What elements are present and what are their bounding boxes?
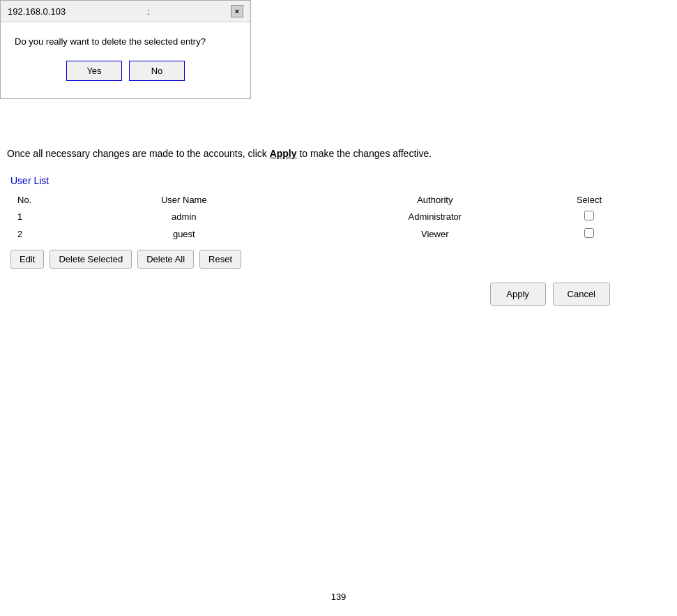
instruction-text: Once all necessary changes are made to t… xyxy=(7,147,670,161)
checkbox-row-1[interactable] xyxy=(584,228,594,238)
col-header-authority: Authority xyxy=(302,192,568,208)
dialog-box: 192.168.0.103 : × Do you really want to … xyxy=(0,0,251,99)
delete-selected-button[interactable]: Delete Selected xyxy=(50,250,132,269)
dialog-no-button[interactable]: No xyxy=(129,61,185,81)
checkbox-row-0[interactable] xyxy=(584,211,594,220)
dialog-title-separator: : xyxy=(147,6,150,17)
cell-authority-0: Administrator xyxy=(302,208,568,225)
cell-no-0: 1 xyxy=(10,208,66,225)
instruction-apply-word: Apply xyxy=(270,148,297,159)
action-buttons: Edit Delete Selected Delete All Reset xyxy=(10,250,670,269)
edit-button[interactable]: Edit xyxy=(10,250,44,269)
apply-button[interactable]: Apply xyxy=(490,283,546,306)
dialog-title-bar: 192.168.0.103 : × xyxy=(1,1,250,22)
cancel-button[interactable]: Cancel xyxy=(553,283,610,306)
dialog-body: Do you really want to delete the selecte… xyxy=(1,22,250,98)
instruction-before: Once all necessary changes are made to t… xyxy=(7,148,270,159)
col-header-select: Select xyxy=(568,192,610,208)
user-list-section: User List No. User Name Authority Select… xyxy=(10,175,670,306)
dialog-yes-button[interactable]: Yes xyxy=(66,61,122,81)
dialog-title: 192.168.0.103 xyxy=(8,6,66,17)
cell-authority-1: Viewer xyxy=(302,225,568,243)
cell-select-0 xyxy=(568,208,610,225)
table-row: 2guestViewer xyxy=(10,225,610,243)
cell-username-0: admin xyxy=(66,208,302,225)
col-header-username: User Name xyxy=(66,192,302,208)
instruction-after: to make the changes affective. xyxy=(297,148,432,159)
dialog-message: Do you really want to delete the selecte… xyxy=(15,36,236,47)
page-number: 139 xyxy=(331,592,347,602)
cell-no-1: 2 xyxy=(10,225,66,243)
table-header-row: No. User Name Authority Select xyxy=(10,192,610,208)
user-table: No. User Name Authority Select 1adminAdm… xyxy=(10,192,610,243)
table-row: 1adminAdministrator xyxy=(10,208,610,225)
user-list-title: User List xyxy=(10,175,670,186)
cell-username-1: guest xyxy=(66,225,302,243)
col-header-no: No. xyxy=(10,192,66,208)
dialog-buttons: Yes No xyxy=(15,61,236,81)
dialog-close-button[interactable]: × xyxy=(231,5,243,17)
bottom-buttons: Apply Cancel xyxy=(10,283,610,306)
page-container: 192.168.0.103 : × Do you really want to … xyxy=(0,0,677,616)
cell-select-1 xyxy=(568,225,610,243)
delete-all-button[interactable]: Delete All xyxy=(137,250,194,269)
reset-button[interactable]: Reset xyxy=(199,250,241,269)
main-content: Once all necessary changes are made to t… xyxy=(7,147,670,306)
